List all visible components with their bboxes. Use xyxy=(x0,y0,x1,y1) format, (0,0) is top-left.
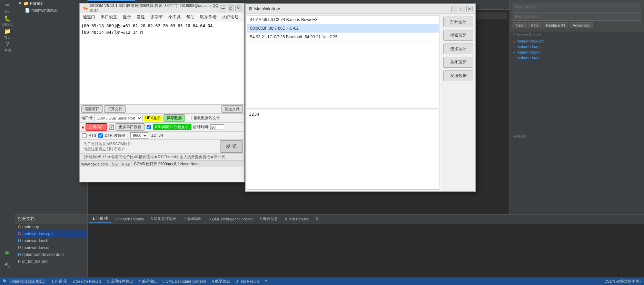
sscom-menu-contact[interactable]: 联系作者 xyxy=(197,13,219,21)
open-doc-pro[interactable]: P qt_for_ble.pro xyxy=(15,258,87,265)
bt-close-button[interactable]: ✕ xyxy=(466,6,473,12)
save-data-button[interactable]: 保存数据 xyxy=(164,114,185,122)
sidebar-icon-project[interactable]: 📁 项目 xyxy=(1,28,14,40)
release-label: Release xyxy=(513,134,526,138)
bt-main-area: 41:AA:66:56:C3:74 Baseus BowieE3 00:0C:B… xyxy=(246,14,475,191)
sscom-menu-multibyte[interactable]: 多字节 xyxy=(148,13,166,21)
send-data-button[interactable]: 发送数据 xyxy=(443,70,473,81)
sscom-com3-info: COM3 已打开 9600bps,8,1,None,None xyxy=(134,161,199,167)
bt-window-icon: 🖥 xyxy=(248,6,253,11)
sscom-send-file-button[interactable]: 发送文件 xyxy=(221,105,243,113)
ui-icon: U xyxy=(18,245,21,250)
right-panel: Next Find Replace All Advanced 2 Search … xyxy=(509,0,644,214)
sscom-ctrl-row-3: ● 关闭串口 🔄 更多串口设置 加时间戳和分包显示, 超时时间: xyxy=(80,122,244,131)
status-problems[interactable]: 1 问题 ④ xyxy=(51,279,67,284)
bottom-tab-app-output[interactable]: 3 应用程序输出 xyxy=(147,215,180,223)
sscom-minimize-button[interactable]: ─ xyxy=(220,5,226,11)
more-settings-button[interactable]: 更多串口设置 xyxy=(116,123,145,131)
h-icon-2: H xyxy=(18,252,21,257)
advanced-button[interactable]: Advanced xyxy=(569,22,593,28)
bt-minimize-button[interactable]: ─ xyxy=(451,6,457,12)
sscom-r: R:12 xyxy=(122,162,130,166)
open-bluetooth-button[interactable]: 打开蓝牙 xyxy=(443,17,473,27)
port-label: 端口号 xyxy=(81,115,93,121)
file-icon-2: H xyxy=(513,45,515,49)
search-result-2[interactable]: H mainwindow.h xyxy=(510,44,644,49)
bt-text-area[interactable]: 1234 xyxy=(247,110,439,190)
open-doc-mainwindow-cpp[interactable]: C mainwindow.cpp xyxy=(15,230,87,237)
replace-input[interactable] xyxy=(513,12,641,21)
sidebar-icon-design[interactable]: ✏ 设计 xyxy=(1,1,14,14)
status-search-results[interactable]: 2 Search Results xyxy=(73,279,102,283)
bt-maximize-button[interactable]: □ xyxy=(459,6,465,12)
search-result-3[interactable]: H mainwindow.h xyxy=(510,49,644,55)
status-compile-output[interactable]: 4 编译输出 xyxy=(139,279,157,284)
search-icon: 🔍 xyxy=(3,279,8,284)
bottom-tab-problems[interactable]: 1 问题 ④ xyxy=(89,215,111,223)
time-display-checkbox[interactable] xyxy=(147,125,151,129)
rts-checkbox[interactable] xyxy=(82,133,87,138)
connect-bluetooth-button[interactable]: 连接蓝牙 xyxy=(443,44,473,54)
sscom-menu-display[interactable]: 显示 xyxy=(120,13,134,21)
search-result-4[interactable]: H mainwindow.h xyxy=(510,55,644,60)
port-select[interactable]: COM3 USB Serial Port xyxy=(94,115,142,121)
sidebar-build-button[interactable]: 🔨 xyxy=(1,259,14,272)
sidebar-icon-help[interactable]: ? 帮助 xyxy=(1,41,14,53)
search-bluetooth-button[interactable]: 搜索蓝牙 xyxy=(443,30,473,41)
close-bluetooth-button[interactable]: 关闭蓝牙 xyxy=(443,57,473,68)
sscom-menu-channel[interactable]: 通道口 xyxy=(80,13,98,21)
sidebar-run-button[interactable]: ▶ xyxy=(1,246,14,259)
find-button[interactable]: Find xyxy=(528,22,542,28)
bt-window: 🖥 MainWindow ─ □ ✕ 41:AA:66:56:C3:74 Bas… xyxy=(245,3,476,192)
sscom-menu-send[interactable]: 发送 xyxy=(134,13,148,21)
search-result-1[interactable]: C mainwindow.cpp xyxy=(510,38,644,44)
sscom-menu-forum[interactable]: 大虾论坛 xyxy=(219,13,241,21)
receive-to-file-checkbox[interactable] xyxy=(187,116,191,120)
open-doc-mainwindow-h[interactable]: H mainwindow.h xyxy=(15,237,87,244)
sscom-promo-row: 为了更好地发展SSCOM软件请您注册嘉立创绿石客户 发 送 xyxy=(80,139,244,153)
replace-all-button[interactable]: Replace All xyxy=(543,22,568,28)
bottom-tab-test[interactable]: 8 Test Results xyxy=(281,216,312,222)
find-bar: Next Find Replace All Advanced xyxy=(510,0,644,31)
open-doc-main-cpp[interactable]: C main.cpp xyxy=(15,224,87,230)
find-input[interactable] xyxy=(513,3,641,11)
bt-device-list: 41:AA:66:56:C3:74 Baseus BowieE3 00:0C:B… xyxy=(247,15,439,108)
bottom-tab-overview[interactable]: 6 概要信息 xyxy=(256,215,281,223)
bottom-tab-search[interactable]: 2 Search Results xyxy=(111,216,147,222)
open-doc-qbluetoothdeviceinfo[interactable]: H qbluetoothdeviceinfo.h xyxy=(15,251,87,258)
status-overview[interactable]: 6 概要信息 xyxy=(212,279,230,284)
type-to-locate[interactable]: Type to locate (Ct... xyxy=(9,279,46,284)
sscom-menu-help[interactable]: 帮助 xyxy=(184,13,197,21)
bottom-tab-qml[interactable]: 5 QML Debugger Console xyxy=(205,216,256,222)
open-docs-panel: 打开文档 C main.cpp C mainwindow.cpp H mainw… xyxy=(15,214,88,285)
sscom-close-button[interactable]: ✕ xyxy=(235,5,241,11)
sscom-maximize-button[interactable]: □ xyxy=(228,5,234,11)
next-button[interactable]: Next xyxy=(513,22,527,28)
bt-device-3[interactable]: 54:93:21:1C:C7:25 Bluetooth 54:93:21:1c:… xyxy=(247,33,439,41)
sscom-menu-tools[interactable]: 小工具 xyxy=(166,13,184,21)
dtr-checkbox[interactable] xyxy=(98,133,103,138)
sscom-menu-port-settings[interactable]: 串口设置 xyxy=(98,13,120,21)
file-tree-forms[interactable]: ▼ 📁 Forms xyxy=(15,0,87,7)
hex-display-label: HEX显示 xyxy=(144,115,162,121)
file-tree-mainwindow-ui[interactable]: 📄 mainwindow.ui xyxy=(15,7,87,14)
status-test-results[interactable]: 8 Test Results xyxy=(236,279,259,283)
bt-device-2[interactable]: 00:0C:BF:08:74:6D HC-02 xyxy=(247,24,439,33)
timeout-input[interactable] xyxy=(210,124,224,130)
sidebar-icon-debug[interactable]: 🐛 Debug xyxy=(1,15,14,27)
status-app-output[interactable]: 3 应用程序输出 xyxy=(107,279,133,284)
sscom-open-file-button[interactable]: 打开文件 xyxy=(104,105,126,113)
send-button[interactable]: 发 送 xyxy=(220,140,243,153)
sscom-output: [00:39:18.869]收←◆61 61 20 62 62 20 63 63… xyxy=(80,21,244,104)
bottom-tab-sort[interactable]: ⇅ xyxy=(312,215,322,222)
result-file-3: mainwindow.h xyxy=(517,50,541,54)
status-qml-debugger[interactable]: 5 QML Debugger Console xyxy=(162,279,206,283)
sscom-clear-button[interactable]: 清除窗口 xyxy=(81,105,103,113)
status-sort[interactable]: ⇅ xyxy=(265,279,268,284)
baud-rate-select[interactable]: 9600 xyxy=(130,132,148,139)
bottom-tab-compile[interactable]: 4 编译输出 xyxy=(180,215,205,223)
bt-device-1[interactable]: 41:AA:66:56:C3:74 Baseus BowieE3 xyxy=(247,16,439,24)
sscom-title: SSCOM V5.13.1 串口/网络数据调试器,作者:大虾丁丁,2618058… xyxy=(89,3,219,13)
close-port-button[interactable]: 关闭串口 xyxy=(86,123,107,131)
open-doc-mainwindow-ui[interactable]: U mainwindow.ui xyxy=(15,244,87,251)
